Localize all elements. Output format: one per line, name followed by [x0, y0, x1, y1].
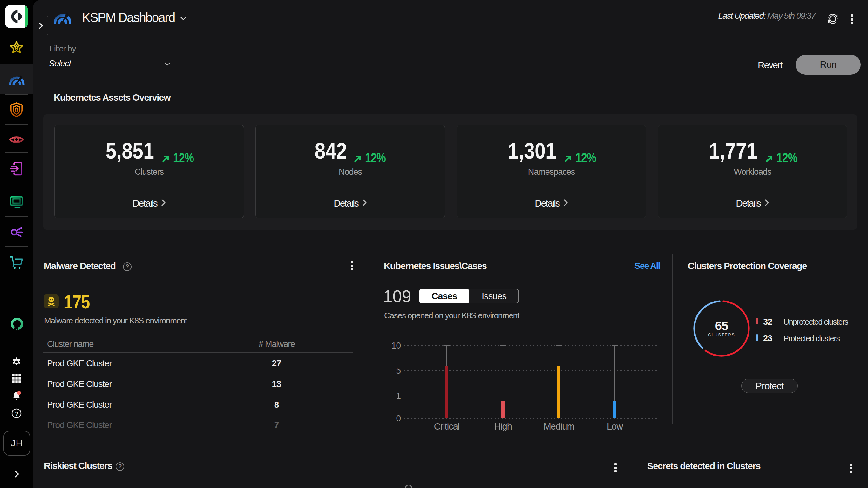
- svg-text:?: ?: [15, 410, 18, 417]
